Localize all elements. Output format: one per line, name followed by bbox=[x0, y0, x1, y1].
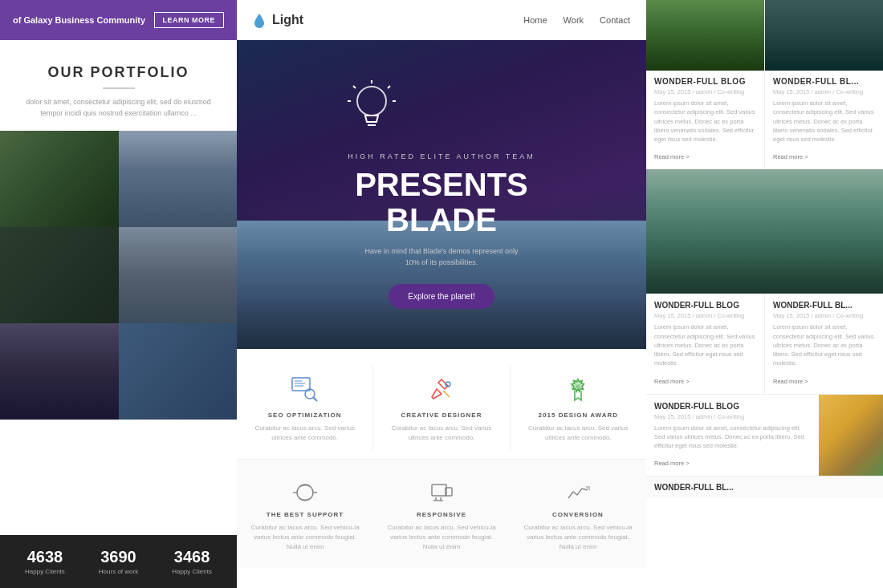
blog-meta-2: May 15, 2015 / admin / Co-writing bbox=[773, 88, 875, 95]
support-icon bbox=[293, 481, 317, 505]
blog-card-meta-2: May 15, 2015 / admin / Co-writing bbox=[773, 312, 875, 319]
read-more-2[interactable]: Read more > bbox=[773, 153, 808, 160]
blog-card-text-2: Lorem ipsum dolor sit amet, consectetur … bbox=[773, 322, 875, 367]
feature-6-title: CONVERSION bbox=[519, 511, 637, 518]
conversion-icon bbox=[566, 481, 590, 505]
stats-bar: 4638 Happy Clients 3690 Hours of work 34… bbox=[0, 535, 237, 588]
main-nav: Home Work Contact bbox=[523, 15, 630, 25]
blog-card-title-1: WONDER-FULL BLOG bbox=[654, 301, 756, 310]
blog-bottom-image bbox=[819, 395, 883, 476]
feature-3-title: 2015 DESIGN AWARD bbox=[520, 412, 637, 419]
blog-image-1 bbox=[646, 0, 764, 71]
feature-4-desc: Curabitur ac lacus arcu. Sed vehicu-la v… bbox=[246, 523, 364, 552]
feature-4-title: THE BEST SUPPORT bbox=[246, 511, 364, 518]
portfolio-desc: dolor sit amet, consectetur adipiscing e… bbox=[16, 97, 221, 119]
stat-number-3: 3468 bbox=[172, 548, 212, 566]
feature-1-desc: Curabitur ac lacus arcu. Sed varius ultr… bbox=[246, 424, 363, 443]
stat-number-2: 3690 bbox=[99, 548, 138, 566]
blog-last-row: WONDER-FULL BL... bbox=[646, 476, 883, 498]
blog-bottom-row: WONDER-FULL BLOG May 15, 2015 / admin / … bbox=[646, 395, 883, 477]
read-more-bottom[interactable]: Read more > bbox=[654, 460, 690, 467]
top-blog-row: WONDER-FULL BLOG May 15, 2015 / admin / … bbox=[646, 0, 883, 169]
svg-line-13 bbox=[313, 397, 317, 401]
stat-number-1: 4638 bbox=[25, 548, 65, 566]
blog-card-2: WONDER-FULL BL... May 15, 2015 / admin /… bbox=[765, 294, 883, 393]
award-icon bbox=[562, 373, 594, 405]
features-row-2: THE BEST SUPPORT Curabitur ac lacus arcu… bbox=[237, 459, 646, 568]
stat-hours-work: 3690 Hours of work bbox=[99, 548, 138, 575]
blog-bottom-meta: May 15, 2015 / admin / Co-writing bbox=[654, 413, 811, 420]
explore-button[interactable]: Explore the planet! bbox=[389, 284, 494, 309]
hero-description: Have in mind that Blade's demos represen… bbox=[361, 245, 522, 269]
right-panel: WONDER-FULL BLOG May 15, 2015 / admin / … bbox=[646, 0, 883, 588]
stat-happy-clients: 4638 Happy Clients bbox=[25, 548, 65, 575]
hero-subtitle: HIGH RATED ELITE AUTHOR TEAM bbox=[348, 152, 535, 160]
portfolio-section: OUR PORTFOLIO dolor sit amet, consectetu… bbox=[0, 40, 237, 131]
read-more-card-2[interactable]: Read more > bbox=[773, 378, 808, 385]
blog-entry-2: WONDER-FULL BL... May 15, 2015 / admin /… bbox=[765, 0, 883, 168]
read-more-card-1[interactable]: Read more > bbox=[654, 378, 690, 385]
logo: Light bbox=[253, 12, 303, 28]
feature-6-desc: Curabitur ac lacus arcu. Sed vehicu-la v… bbox=[519, 523, 637, 552]
blog-cards-row: WONDER-FULL BLOG May 15, 2015 / admin / … bbox=[646, 294, 883, 394]
left-panel: of Galaxy Business Community LEARN MORE … bbox=[0, 0, 237, 588]
portfolio-grid bbox=[0, 131, 237, 420]
portfolio-item-2[interactable] bbox=[119, 131, 238, 227]
seo-icon bbox=[289, 373, 321, 405]
blog-bottom-text: Lorem ipsum dolor sit amet, consectetur … bbox=[654, 424, 811, 451]
svg-line-15 bbox=[443, 391, 450, 397]
svg-rect-20 bbox=[432, 485, 446, 496]
stat-label-3: Happy Clients bbox=[172, 568, 212, 575]
blog-card-text-1: Lorem ipsum dolor sit amet, consectetur … bbox=[654, 322, 756, 367]
portfolio-item-4[interactable] bbox=[119, 227, 238, 323]
portfolio-divider bbox=[103, 87, 135, 89]
blog-landscape-image bbox=[646, 169, 883, 294]
portfolio-title: OUR PORTFOLIO bbox=[16, 64, 221, 81]
feature-5-title: RESPONSIVE bbox=[383, 511, 500, 518]
feature-2-title: CREATIVE DESIGNER bbox=[383, 412, 499, 419]
feature-3-desc: Curabitur ac lacus arcu. Sed varius ultr… bbox=[520, 424, 637, 443]
blog-card-1: WONDER-FULL BLOG May 15, 2015 / admin / … bbox=[646, 294, 765, 393]
feature-conversion: CONVERSION Curabitur ac lacus arcu. Sed … bbox=[510, 472, 646, 560]
blog-title-1: WONDER-FULL BLOG bbox=[654, 77, 756, 86]
svg-line-5 bbox=[388, 86, 390, 88]
feature-1-title: SEO OPTIMIZATION bbox=[246, 412, 363, 419]
feature-responsive: RESPONSIVE Curabitur ac lacus arcu. Sed … bbox=[373, 472, 510, 560]
blog-card-meta-1: May 15, 2015 / admin / Co-writing bbox=[654, 312, 756, 319]
portfolio-item-3[interactable] bbox=[0, 227, 119, 323]
logo-title: Light bbox=[272, 13, 303, 27]
blog-entry-1: WONDER-FULL BLOG May 15, 2015 / admin / … bbox=[646, 0, 765, 168]
feature-5-desc: Curabitur ac lacus arcu. Sed vehicu-la v… bbox=[383, 523, 500, 552]
portfolio-item-6[interactable] bbox=[119, 323, 238, 420]
portfolio-item-1[interactable] bbox=[0, 131, 119, 227]
brand-text: of Galaxy Business Community bbox=[13, 15, 145, 25]
features-row-1: SEO OPTIMIZATION Curabitur ac lacus arcu… bbox=[237, 349, 646, 459]
feature-2-desc: Curabitur ac lacus arcu. Sed varius ultr… bbox=[383, 424, 499, 443]
learn-more-button[interactable]: LEARN MORE bbox=[154, 12, 225, 28]
responsive-icon bbox=[429, 481, 454, 505]
nav-work[interactable]: Work bbox=[564, 15, 584, 25]
svg-rect-8 bbox=[292, 378, 310, 391]
svg-line-4 bbox=[353, 86, 356, 88]
nav-home[interactable]: Home bbox=[523, 15, 547, 25]
stat-label-2: Hours of work bbox=[99, 568, 138, 575]
svg-point-0 bbox=[357, 87, 386, 116]
feature-seo: SEO OPTIMIZATION Curabitur ac lacus arcu… bbox=[237, 365, 373, 451]
hero-bulb-icon bbox=[348, 80, 396, 136]
feature-creative: CREATIVE DESIGNER Curabitur ac lacus arc… bbox=[373, 365, 510, 451]
middle-panel: Light Home Work Contact bbox=[237, 0, 646, 588]
blog-last-title: WONDER-FULL BL... bbox=[654, 483, 875, 492]
blog-bottom-title: WONDER-FULL BLOG bbox=[654, 402, 811, 411]
blog-text-1: Lorem ipsum dolor sit amet, consectetur … bbox=[654, 99, 756, 144]
blog-content-1: WONDER-FULL BLOG May 15, 2015 / admin / … bbox=[646, 71, 764, 168]
nav-contact[interactable]: Contact bbox=[600, 15, 630, 25]
portfolio-item-5[interactable] bbox=[0, 323, 119, 420]
hero-section: HIGH RATED ELITE AUTHOR TEAM PRESENTS BL… bbox=[237, 40, 646, 349]
read-more-1[interactable]: Read more > bbox=[654, 153, 690, 160]
blog-image-2 bbox=[765, 0, 883, 71]
blog-content-2: WONDER-FULL BL... May 15, 2015 / admin /… bbox=[765, 71, 883, 168]
stat-label-1: Happy Clients bbox=[25, 568, 65, 575]
blog-bottom-entry: WONDER-FULL BLOG May 15, 2015 / admin / … bbox=[646, 395, 819, 476]
feature-support: THE BEST SUPPORT Curabitur ac lacus arcu… bbox=[237, 472, 373, 560]
blog-text-2: Lorem ipsum dolor sit amet, consectetur … bbox=[773, 99, 875, 144]
